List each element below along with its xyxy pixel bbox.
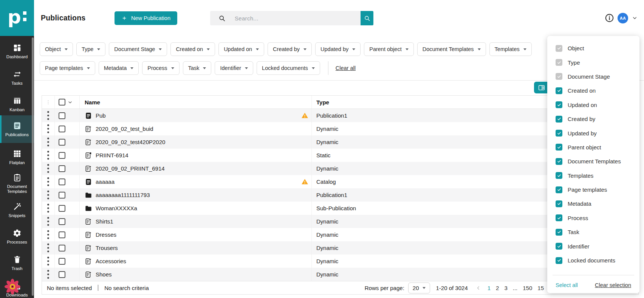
row-kebab-icon[interactable] [42, 202, 54, 215]
clear-all-link[interactable]: Clear all [336, 65, 356, 71]
info-icon[interactable] [605, 13, 614, 23]
page-button-1[interactable]: 1 [488, 285, 491, 291]
filter-chip-parent-object[interactable]: Parent object [364, 42, 413, 56]
panel-checkbox[interactable] [556, 116, 562, 123]
panel-item-metadata[interactable]: Metadata [547, 197, 639, 211]
sidebar-item-dashboard[interactable]: Dashboard [0, 40, 34, 63]
panel-checkbox[interactable] [556, 229, 562, 236]
panel-checkbox[interactable] [556, 144, 562, 151]
row-kebab-icon[interactable] [42, 241, 54, 255]
row-checkbox[interactable] [59, 139, 65, 146]
clear-selection-link[interactable]: Clear selection [595, 282, 631, 288]
panel-checkbox[interactable] [556, 257, 562, 264]
row-kebab-icon[interactable] [42, 122, 54, 135]
row-kebab-icon[interactable] [42, 149, 54, 162]
row-kebab-icon[interactable] [42, 175, 54, 188]
panel-item-identifier[interactable]: Identifier [547, 239, 639, 253]
filter-chip-updated-by[interactable]: Updated by [315, 42, 361, 56]
sidebar-item-publications[interactable]: Publications [0, 115, 34, 143]
row-kebab-icon[interactable] [42, 268, 54, 281]
filter-chip-task[interactable]: Task [183, 61, 212, 75]
sidebar-item-tasks[interactable]: Tasks [0, 66, 34, 90]
row-checkbox[interactable] [59, 112, 65, 119]
filter-chip-document-stage[interactable]: Document Stage [109, 42, 167, 56]
chevron-down-icon[interactable] [67, 99, 73, 105]
panel-checkbox[interactable] [556, 214, 562, 221]
chevron-down-icon[interactable] [632, 15, 638, 21]
panel-item-object[interactable]: Object [547, 41, 639, 55]
row-checkbox[interactable] [59, 218, 65, 225]
sidebar-item-kanban[interactable]: Kanban [0, 93, 34, 116]
row-kebab-icon[interactable] [42, 255, 54, 268]
panel-checkbox[interactable] [556, 172, 562, 179]
row-kebab-icon[interactable] [42, 188, 54, 202]
filter-chip-updated-on[interactable]: Updated on [218, 42, 264, 56]
select-all-link[interactable]: Select all [556, 282, 578, 288]
row-checkbox[interactable] [59, 165, 65, 172]
sidebar-item-trash[interactable]: Trash [0, 251, 34, 275]
filter-chip-templates[interactable]: Templates [489, 42, 532, 56]
panel-checkbox[interactable] [556, 243, 562, 250]
sidebar-item-processes[interactable]: Processes [0, 225, 34, 248]
search-button[interactable] [361, 11, 373, 25]
panel-item-parent-object[interactable]: Parent object [547, 140, 639, 154]
row-kebab-icon[interactable] [42, 162, 54, 175]
panel-item-created-on[interactable]: Created on [547, 84, 639, 98]
page-button-150[interactable]: 150 [523, 285, 532, 291]
column-settings-button[interactable] [534, 82, 549, 93]
app-logo[interactable]: p [0, 0, 34, 36]
panel-checkbox[interactable] [556, 87, 562, 94]
sidebar-item-snippets[interactable]: Snippets [0, 199, 34, 222]
row-kebab-icon[interactable] [42, 215, 54, 228]
row-checkbox[interactable] [59, 245, 65, 251]
sidebar-item-flatplan[interactable]: Flatplan [0, 146, 34, 169]
panel-checkbox[interactable] [556, 101, 562, 108]
header-kebab-icon[interactable] [42, 96, 54, 109]
previous-page-icon[interactable] [475, 285, 481, 291]
filter-chip-type[interactable]: Type [76, 42, 105, 56]
filter-chip-page-templates[interactable]: Page templates [40, 61, 95, 75]
panel-item-locked-documents[interactable]: Locked documents [547, 253, 639, 267]
search-input[interactable] [235, 15, 361, 22]
page-button-15[interactable]: 15 [537, 285, 544, 291]
panel-checkbox[interactable] [556, 130, 562, 137]
sidebar-item-downloads[interactable]: Downloads [0, 278, 34, 298]
filter-chip-created-by[interactable]: Created by [268, 42, 312, 56]
panel-checkbox[interactable] [556, 200, 562, 207]
row-checkbox[interactable] [59, 192, 65, 199]
filter-chip-metadata[interactable]: Metadata [99, 61, 139, 75]
row-checkbox[interactable] [59, 152, 65, 159]
filter-chip-identifier[interactable]: Identifier [215, 61, 253, 75]
filter-chip-document-templates[interactable]: Document Templates [417, 42, 486, 56]
row-checkbox[interactable] [59, 231, 65, 238]
avatar[interactable]: AA [618, 13, 628, 23]
row-kebab-icon[interactable] [42, 228, 54, 241]
row-checkbox[interactable] [59, 126, 65, 132]
panel-item-document-templates[interactable]: Document Templates [547, 154, 639, 168]
filter-chip-process[interactable]: Process [142, 61, 179, 75]
select-all-checkbox[interactable] [59, 99, 65, 106]
panel-item-document-stage[interactable]: Document Stage [547, 70, 639, 84]
filter-chip-created-on[interactable]: Created on [170, 42, 215, 56]
row-kebab-icon[interactable] [42, 135, 54, 149]
sidebar-item-document-templates[interactable]: Document Templates [0, 170, 34, 197]
filter-chip-locked-documents[interactable]: Locked documents [257, 61, 320, 75]
row-checkbox[interactable] [59, 178, 65, 185]
sidebar-scrollbar[interactable] [32, 37, 34, 296]
page-button-2[interactable]: 2 [496, 285, 499, 291]
column-header-name[interactable]: Name [80, 96, 311, 109]
panel-checkbox[interactable] [556, 186, 562, 193]
row-checkbox[interactable] [59, 271, 65, 278]
page-button-3[interactable]: 3 [504, 285, 507, 291]
panel-item-task[interactable]: Task [547, 225, 639, 239]
panel-checkbox[interactable] [556, 158, 562, 165]
panel-item-updated-on[interactable]: Updated on [547, 98, 639, 112]
filter-chip-object[interactable]: Object [40, 42, 73, 56]
panel-item-page-templates[interactable]: Page templates [547, 183, 639, 197]
panel-item-templates[interactable]: Templates [547, 169, 639, 183]
panel-item-type[interactable]: Type [547, 55, 639, 69]
row-checkbox[interactable] [59, 258, 65, 265]
panel-item-updated-by[interactable]: Updated by [547, 126, 639, 140]
rows-per-page-select[interactable]: 20 [408, 282, 430, 293]
row-checkbox[interactable] [59, 205, 65, 212]
